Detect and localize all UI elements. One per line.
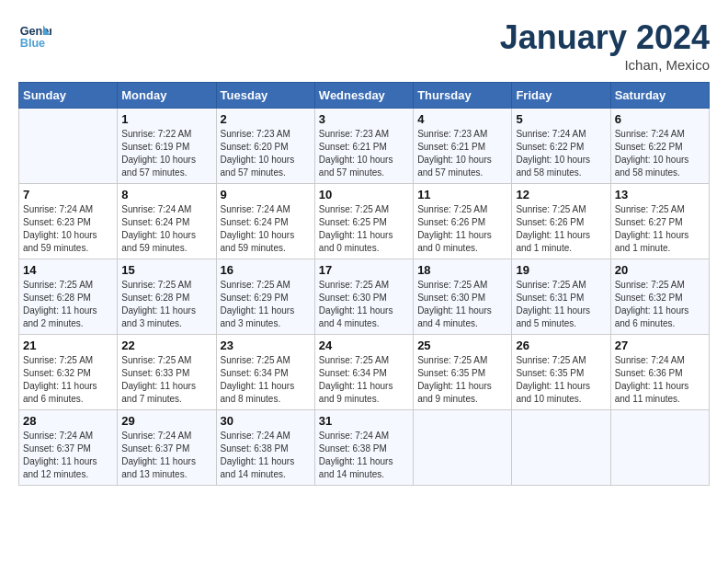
day-info: Sunrise: 7:25 AMSunset: 6:35 PMDaylight:… — [417, 354, 507, 406]
day-number: 21 — [23, 339, 113, 352]
col-header-saturday: Saturday — [610, 83, 709, 109]
day-number: 16 — [221, 263, 311, 277]
calendar-cell: 8Sunrise: 7:24 AMSunset: 6:24 PMDaylight… — [118, 184, 216, 259]
calendar-cell: 11Sunrise: 7:25 AMSunset: 6:26 PMDayligh… — [414, 184, 512, 259]
day-number: 13 — [615, 188, 705, 201]
month-title: January 2024 — [500, 18, 710, 57]
calendar-cell: 21Sunrise: 7:25 AMSunset: 6:32 PMDayligh… — [19, 335, 118, 410]
calendar-cell: 25Sunrise: 7:25 AMSunset: 6:35 PMDayligh… — [414, 335, 512, 410]
day-number: 7 — [23, 188, 113, 201]
calendar-cell: 9Sunrise: 7:24 AMSunset: 6:24 PMDaylight… — [216, 184, 314, 259]
day-info: Sunrise: 7:25 AMSunset: 6:35 PMDaylight:… — [516, 354, 606, 406]
day-number: 25 — [417, 339, 507, 352]
calendar-cell: 16Sunrise: 7:25 AMSunset: 6:29 PMDayligh… — [216, 259, 314, 335]
col-header-sunday: Sunday — [19, 83, 118, 109]
logo-icon: General Blue — [18, 18, 51, 52]
calendar-cell: 12Sunrise: 7:25 AMSunset: 6:26 PMDayligh… — [512, 184, 610, 259]
day-number: 19 — [516, 263, 606, 277]
calendar-cell: 27Sunrise: 7:24 AMSunset: 6:36 PMDayligh… — [610, 335, 709, 410]
calendar-header-row: SundayMondayTuesdayWednesdayThursdayFrid… — [19, 83, 710, 109]
calendar-cell: 26Sunrise: 7:25 AMSunset: 6:35 PMDayligh… — [512, 335, 610, 410]
calendar-cell: 6Sunrise: 7:24 AMSunset: 6:22 PMDaylight… — [610, 109, 709, 184]
day-info: Sunrise: 7:25 AMSunset: 6:34 PMDaylight:… — [319, 354, 409, 406]
day-number: 30 — [221, 414, 311, 428]
col-header-thursday: Thursday — [414, 83, 512, 109]
calendar-cell: 15Sunrise: 7:25 AMSunset: 6:28 PMDayligh… — [118, 259, 216, 335]
day-number: 1 — [121, 112, 211, 126]
day-number: 27 — [615, 339, 705, 352]
location: Ichan, Mexico — [500, 57, 710, 73]
calendar-cell: 2Sunrise: 7:23 AMSunset: 6:20 PMDaylight… — [216, 109, 314, 184]
calendar-cell: 17Sunrise: 7:25 AMSunset: 6:30 PMDayligh… — [314, 259, 413, 335]
calendar-cell: 20Sunrise: 7:25 AMSunset: 6:32 PMDayligh… — [610, 259, 709, 335]
calendar-cell: 3Sunrise: 7:23 AMSunset: 6:21 PMDaylight… — [314, 109, 413, 184]
calendar-cell: 18Sunrise: 7:25 AMSunset: 6:30 PMDayligh… — [414, 259, 512, 335]
calendar-table: SundayMondayTuesdayWednesdayThursdayFrid… — [18, 82, 710, 486]
day-info: Sunrise: 7:22 AMSunset: 6:19 PMDaylight:… — [121, 128, 211, 179]
calendar-cell: 7Sunrise: 7:24 AMSunset: 6:23 PMDaylight… — [19, 184, 118, 259]
day-number: 26 — [516, 339, 606, 352]
logo: General Blue — [18, 18, 51, 52]
day-number: 22 — [121, 339, 211, 352]
day-number: 23 — [221, 339, 311, 352]
day-info: Sunrise: 7:25 AMSunset: 6:33 PMDaylight:… — [121, 354, 211, 406]
day-number: 6 — [615, 112, 705, 126]
day-number: 3 — [319, 112, 409, 126]
calendar-week-row: 14Sunrise: 7:25 AMSunset: 6:28 PMDayligh… — [19, 259, 710, 335]
day-info: Sunrise: 7:24 AMSunset: 6:22 PMDaylight:… — [516, 128, 606, 179]
day-number: 20 — [615, 263, 705, 277]
calendar-cell: 10Sunrise: 7:25 AMSunset: 6:25 PMDayligh… — [314, 184, 413, 259]
calendar-cell: 1Sunrise: 7:22 AMSunset: 6:19 PMDaylight… — [118, 109, 216, 184]
col-header-tuesday: Tuesday — [216, 83, 314, 109]
calendar-cell — [512, 410, 610, 486]
day-info: Sunrise: 7:24 AMSunset: 6:37 PMDaylight:… — [121, 430, 211, 481]
calendar-cell: 28Sunrise: 7:24 AMSunset: 6:37 PMDayligh… — [19, 410, 118, 486]
calendar-week-row: 1Sunrise: 7:22 AMSunset: 6:19 PMDaylight… — [19, 109, 710, 184]
calendar-cell — [414, 410, 512, 486]
svg-text:Blue: Blue — [20, 37, 45, 50]
calendar-cell: 29Sunrise: 7:24 AMSunset: 6:37 PMDayligh… — [118, 410, 216, 486]
calendar-cell: 19Sunrise: 7:25 AMSunset: 6:31 PMDayligh… — [512, 259, 610, 335]
day-number: 31 — [319, 414, 409, 428]
calendar-cell: 13Sunrise: 7:25 AMSunset: 6:27 PMDayligh… — [610, 184, 709, 259]
day-number: 8 — [121, 188, 211, 201]
day-info: Sunrise: 7:25 AMSunset: 6:26 PMDaylight:… — [417, 203, 507, 255]
day-info: Sunrise: 7:25 AMSunset: 6:29 PMDaylight:… — [221, 279, 311, 330]
day-number: 10 — [319, 188, 409, 201]
day-info: Sunrise: 7:24 AMSunset: 6:38 PMDaylight:… — [319, 430, 409, 481]
calendar-week-row: 21Sunrise: 7:25 AMSunset: 6:32 PMDayligh… — [19, 335, 710, 410]
day-info: Sunrise: 7:24 AMSunset: 6:22 PMDaylight:… — [615, 128, 705, 179]
day-info: Sunrise: 7:25 AMSunset: 6:34 PMDaylight:… — [221, 354, 311, 406]
day-number: 2 — [221, 112, 311, 126]
day-number: 14 — [23, 263, 113, 277]
day-info: Sunrise: 7:25 AMSunset: 6:25 PMDaylight:… — [319, 203, 409, 255]
calendar-cell: 4Sunrise: 7:23 AMSunset: 6:21 PMDaylight… — [414, 109, 512, 184]
day-info: Sunrise: 7:24 AMSunset: 6:38 PMDaylight:… — [221, 430, 311, 481]
day-info: Sunrise: 7:25 AMSunset: 6:32 PMDaylight:… — [23, 354, 113, 406]
calendar-cell: 30Sunrise: 7:24 AMSunset: 6:38 PMDayligh… — [216, 410, 314, 486]
calendar-cell: 24Sunrise: 7:25 AMSunset: 6:34 PMDayligh… — [314, 335, 413, 410]
day-info: Sunrise: 7:25 AMSunset: 6:28 PMDaylight:… — [121, 279, 211, 330]
calendar-week-row: 28Sunrise: 7:24 AMSunset: 6:37 PMDayligh… — [19, 410, 710, 486]
calendar-cell: 14Sunrise: 7:25 AMSunset: 6:28 PMDayligh… — [19, 259, 118, 335]
day-info: Sunrise: 7:25 AMSunset: 6:30 PMDaylight:… — [417, 279, 507, 330]
col-header-friday: Friday — [512, 83, 610, 109]
day-info: Sunrise: 7:25 AMSunset: 6:28 PMDaylight:… — [23, 279, 113, 330]
col-header-monday: Monday — [118, 83, 216, 109]
day-number: 24 — [319, 339, 409, 352]
day-info: Sunrise: 7:24 AMSunset: 6:36 PMDaylight:… — [615, 354, 705, 406]
day-number: 5 — [516, 112, 606, 126]
day-info: Sunrise: 7:25 AMSunset: 6:27 PMDaylight:… — [615, 203, 705, 255]
calendar-cell — [610, 410, 709, 486]
day-number: 18 — [417, 263, 507, 277]
day-info: Sunrise: 7:24 AMSunset: 6:24 PMDaylight:… — [221, 203, 311, 255]
day-number: 29 — [121, 414, 211, 428]
day-info: Sunrise: 7:23 AMSunset: 6:21 PMDaylight:… — [319, 128, 409, 179]
day-number: 9 — [221, 188, 311, 201]
calendar-cell: 23Sunrise: 7:25 AMSunset: 6:34 PMDayligh… — [216, 335, 314, 410]
title-block: January 2024 Ichan, Mexico — [500, 18, 710, 73]
calendar-cell: 31Sunrise: 7:24 AMSunset: 6:38 PMDayligh… — [314, 410, 413, 486]
day-number: 15 — [121, 263, 211, 277]
calendar-week-row: 7Sunrise: 7:24 AMSunset: 6:23 PMDaylight… — [19, 184, 710, 259]
day-info: Sunrise: 7:25 AMSunset: 6:26 PMDaylight:… — [516, 203, 606, 255]
